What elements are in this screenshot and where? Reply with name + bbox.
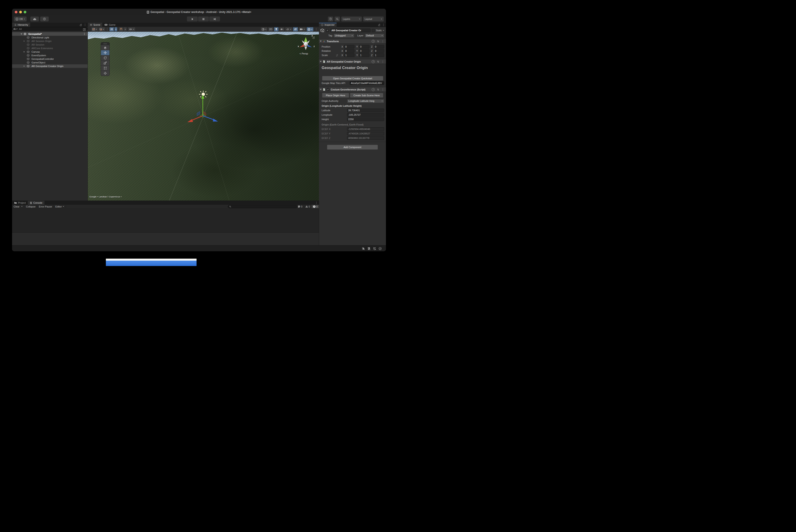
scene-visibility-toggle[interactable] — [293, 27, 298, 31]
console-search-field[interactable] — [228, 205, 298, 208]
position-z-field[interactable] — [374, 45, 384, 49]
projection-mode-label[interactable]: < Persp — [300, 52, 308, 55]
hierarchy-row[interactable]: AR Session Origin — [12, 39, 88, 43]
editor-dropdown[interactable]: Editor — [54, 205, 66, 208]
palette-drag-handle[interactable] — [101, 42, 110, 45]
transform-tool[interactable] — [101, 71, 110, 76]
global-search-button[interactable] — [335, 17, 340, 21]
pause-button[interactable] — [198, 17, 209, 21]
scene-audio-toggle[interactable] — [279, 27, 284, 31]
longitude-field[interactable] — [347, 113, 384, 117]
height-field[interactable] — [347, 117, 384, 121]
layout-dropdown[interactable]: Layout — [363, 17, 384, 21]
hierarchy-row-scene[interactable]: Geospatial* ⋮ — [12, 32, 88, 36]
hierarchy-row[interactable]: Directional Light — [12, 36, 88, 39]
error-count-toggle[interactable]: 0 — [311, 205, 319, 208]
hierarchy-row[interactable]: ARCore Extensions — [12, 46, 88, 50]
move-gizmo[interactable] — [186, 90, 220, 127]
kebab-menu-icon[interactable]: ⋮ — [315, 28, 318, 31]
clear-button[interactable]: Clear — [12, 205, 20, 208]
grid-visibility-dropdown[interactable] — [115, 27, 117, 31]
kebab-menu-icon[interactable]: ⋮ — [381, 40, 384, 43]
kebab-menu-icon[interactable]: ⋮ — [83, 33, 86, 35]
scale-z-field[interactable] — [374, 53, 384, 57]
error-pause-button[interactable]: Error Pause — [37, 205, 54, 208]
tab-game[interactable]: Game — [102, 23, 117, 27]
add-component-button[interactable]: Add Component — [327, 145, 378, 150]
lock-icon[interactable] — [378, 24, 380, 26]
kebab-menu-icon[interactable]: ⋮ — [315, 202, 318, 204]
console-search-input[interactable] — [232, 205, 296, 208]
layer-dropdown[interactable]: Default — [365, 34, 384, 38]
warning-count-toggle[interactable]: 0 — [304, 205, 311, 208]
console-detail-pane[interactable] — [12, 232, 319, 245]
kebab-menu-icon[interactable]: ⋮ — [84, 23, 87, 26]
hierarchy-search-input[interactable] — [19, 27, 86, 31]
position-x-field[interactable] — [344, 45, 355, 49]
link-broken-icon[interactable] — [336, 54, 338, 57]
camera-settings-dropdown[interactable] — [299, 27, 306, 31]
place-origin-here-button[interactable]: Place Origin Here — [322, 93, 349, 98]
scene-viewport[interactable]: y x z < Persp Google • Landsat / Coperni… — [88, 32, 319, 201]
scene-orientation-gizmo[interactable] — [297, 35, 315, 53]
hierarchy-row[interactable]: Canvas — [12, 50, 88, 54]
open-quickstart-button[interactable]: Open Geospatial Creator Quickstart — [322, 76, 383, 81]
hierarchy-row-selected[interactable]: AR Geospatial Creator Origin — [12, 64, 88, 68]
presets-icon[interactable] — [377, 88, 379, 91]
auto-refresh-button[interactable] — [372, 246, 377, 251]
step-button[interactable] — [209, 17, 220, 21]
cache-server-button[interactable] — [366, 246, 372, 251]
create-object-button[interactable]: + — [13, 28, 17, 31]
debugger-detached-button[interactable] — [361, 246, 366, 251]
draw-mode-dropdown[interactable] — [261, 27, 267, 31]
activity-ok-button[interactable] — [377, 246, 383, 251]
active-checkbox[interactable]: ✓ — [326, 29, 329, 32]
tool-handle-rotation-dropdown[interactable] — [98, 27, 105, 31]
plastic-scm-button[interactable] — [40, 17, 49, 21]
info-count-toggle[interactable]: 0 — [296, 205, 304, 208]
rotation-z-field[interactable] — [374, 49, 384, 53]
snap-increment-dropdown[interactable] — [128, 27, 135, 31]
move-tool[interactable] — [101, 50, 110, 55]
api-key-field[interactable] — [350, 81, 384, 85]
title-bar[interactable]: Geospatial - Geospatial Creator workshop… — [12, 9, 386, 16]
help-icon[interactable]: ? — [372, 60, 375, 63]
kebab-menu-icon[interactable]: ⋮ — [381, 60, 384, 63]
kebab-menu-icon[interactable]: ⋮ — [381, 88, 384, 91]
tab-inspector[interactable]: Inspector — [319, 23, 337, 27]
tool-handle-position-dropdown[interactable] — [91, 27, 98, 31]
presets-icon[interactable] — [377, 40, 379, 43]
create-subscene-button[interactable]: Create Sub-Scene Here — [350, 93, 383, 98]
snap-dropdown[interactable] — [124, 27, 127, 31]
gameobject-name-field[interactable] — [330, 28, 371, 32]
tab-hierarchy[interactable]: Hierarchy — [12, 23, 30, 27]
rotate-tool[interactable] — [101, 55, 110, 60]
hierarchy-row[interactable]: GameObject — [12, 61, 88, 64]
console-log-list[interactable] — [12, 208, 319, 232]
latitude-field[interactable] — [347, 109, 384, 112]
scale-y-field[interactable] — [359, 53, 369, 57]
hierarchy-row[interactable]: GeospatialController — [12, 57, 88, 61]
static-dropdown-icon[interactable] — [383, 30, 384, 31]
play-button[interactable] — [187, 17, 198, 21]
hierarchy-row[interactable]: AR Session — [12, 43, 88, 46]
collapse-button[interactable]: Collapse — [24, 205, 37, 208]
presets-icon[interactable] — [377, 60, 379, 63]
tag-dropdown[interactable]: Untagged — [334, 34, 354, 38]
geo-origin-component-header[interactable]: AR Geospatial Creator Origin ? ⋮ — [319, 59, 386, 64]
scale-x-field[interactable] — [344, 53, 355, 57]
clear-dropdown[interactable] — [20, 205, 24, 208]
gizmos-dropdown[interactable] — [307, 27, 314, 31]
transform-component-header[interactable]: Transform ? ⋮ — [319, 39, 386, 43]
rotation-y-field[interactable] — [359, 49, 369, 53]
account-dropdown[interactable]: DB — [14, 17, 26, 21]
cloud-services-button[interactable] — [31, 17, 39, 21]
lock-icon[interactable] — [79, 24, 82, 26]
scene-lighting-toggle[interactable] — [274, 27, 279, 31]
position-y-field[interactable] — [359, 45, 369, 49]
tab-scene[interactable]: Scene — [88, 23, 102, 27]
snap-toggle[interactable] — [119, 27, 123, 31]
2d-toggle[interactable]: 2D — [268, 27, 273, 31]
view-hand-tool[interactable] — [101, 45, 110, 50]
hierarchy-row[interactable]: EventSystem — [12, 54, 88, 57]
